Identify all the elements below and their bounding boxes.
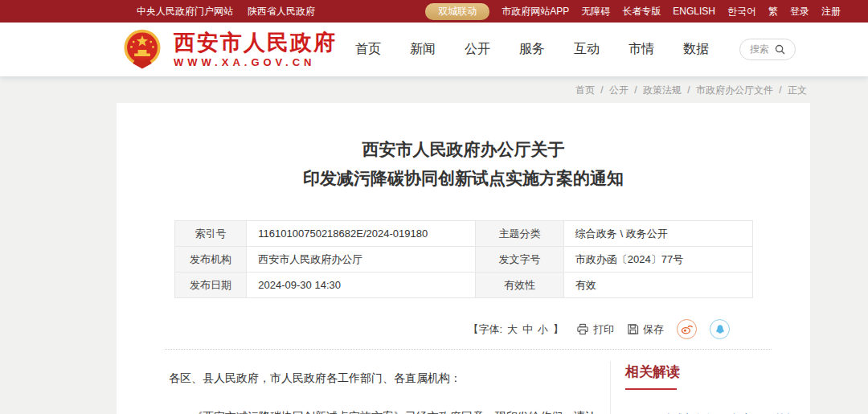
nav-city-info[interactable]: 市情 bbox=[628, 41, 654, 58]
meta-value-issuer: 西安市人民政府办公厅 bbox=[247, 247, 476, 273]
qq-penguin-icon bbox=[714, 323, 727, 336]
link-shaanxi-gov[interactable]: 陕西省人民政府 bbox=[248, 5, 315, 18]
breadcrumb-policies[interactable]: 政策法规 bbox=[643, 84, 682, 96]
search-input[interactable]: 搜索 bbox=[739, 39, 796, 60]
register-link[interactable]: 注册 bbox=[821, 5, 841, 18]
main-nav: 首页 新闻 公开 服务 互动 市情 数据 bbox=[355, 41, 709, 58]
page-title-line2: 印发减污降碳协同创新试点实施方案的通知 bbox=[117, 164, 810, 193]
dual-city-link-pill[interactable]: 双城联动 bbox=[425, 3, 489, 20]
link-senior-version[interactable]: 长者专版 bbox=[622, 5, 661, 18]
font-size-large-button[interactable]: 大 bbox=[507, 322, 518, 337]
meta-label-pub-date: 发布日期 bbox=[174, 273, 247, 298]
breadcrumb-separator: / bbox=[687, 84, 690, 96]
nav-services[interactable]: 服务 bbox=[519, 41, 545, 58]
link-english[interactable]: ENGLISH bbox=[673, 6, 715, 17]
toolbar-divider bbox=[165, 349, 772, 350]
breadcrumb-separator: / bbox=[600, 84, 603, 96]
link-accessibility[interactable]: 无障碍 bbox=[581, 5, 610, 18]
save-button[interactable]: 保存 bbox=[627, 322, 664, 337]
site-url: WWW.XA.GOV.CN bbox=[174, 56, 337, 68]
topbar-left-links: 中央人民政府门户网站 陕西省人民政府 bbox=[137, 5, 315, 18]
font-size-label-close: 】 bbox=[553, 322, 563, 337]
printer-icon bbox=[576, 323, 589, 335]
table-row: 发布日期 2024-09-30 14:30 有效性 有效 bbox=[174, 273, 752, 298]
article-main: 各区、县人民政府，市人民政府各工作部门、各直属机构： 《西安市减污降碳协同创新试… bbox=[117, 361, 810, 414]
link-central-gov[interactable]: 中央人民政府门户网站 bbox=[137, 5, 233, 18]
link-korean[interactable]: 한국어 bbox=[727, 5, 756, 18]
breadcrumb-home[interactable]: 首页 bbox=[575, 84, 595, 96]
page-title: 西安市人民政府办公厅关于 印发减污降碳协同创新试点实施方案的通知 bbox=[117, 135, 810, 193]
qq-share-button[interactable] bbox=[710, 319, 730, 339]
font-size-label: 【字体: bbox=[468, 322, 502, 337]
breadcrumb-current: 正文 bbox=[788, 84, 807, 96]
meta-value-index-no: 11610100750218682E/2024-019180 bbox=[247, 221, 476, 247]
related-reading-link[interactable]: 2026年建成新能源汽车应用示范标杆城市 bbox=[625, 408, 800, 414]
print-label: 打印 bbox=[593, 322, 614, 337]
meta-label-issuer: 发布机构 bbox=[174, 247, 247, 273]
topbar-right-links: 双城联动 市政府网站APP 无障碍 长者专版 ENGLISH 한국어 繁 登录 … bbox=[425, 3, 841, 20]
save-label: 保存 bbox=[643, 322, 664, 337]
link-gov-app[interactable]: 市政府网站APP bbox=[502, 5, 569, 18]
breadcrumb-separator: / bbox=[779, 84, 781, 96]
site-name: 西安市人民政府 bbox=[174, 31, 337, 54]
body-paragraph-recipients: 各区、县人民政府，市人民政府各工作部门、各直属机构： bbox=[169, 366, 600, 390]
nav-disclosure[interactable]: 公开 bbox=[465, 41, 490, 58]
related-reading-heading: 相关解读 bbox=[625, 363, 800, 381]
meta-value-validity: 有效 bbox=[563, 273, 752, 298]
related-reading-sidebar: 相关解读 2026年建成新能源汽车应用示范标杆城市 bbox=[611, 361, 800, 414]
meta-label-topic: 主题分类 bbox=[476, 221, 564, 247]
breadcrumb-office-documents[interactable]: 市政府办公厅文件 bbox=[696, 84, 773, 96]
print-button[interactable]: 打印 bbox=[576, 322, 614, 337]
national-emblem-icon bbox=[121, 27, 164, 72]
meta-label-validity: 有效性 bbox=[476, 273, 564, 298]
meta-value-topic: 综合政务 \ 政务公开 bbox=[563, 221, 752, 247]
site-logo[interactable]: 西安市人民政府 WWW.XA.GOV.CN bbox=[121, 27, 337, 72]
heading-underline bbox=[625, 388, 677, 390]
top-utility-bar: 中央人民政府门户网站 陕西省人民政府 双城联动 市政府网站APP 无障碍 长者专… bbox=[0, 0, 868, 23]
meta-value-doc-number: 市政办函〔2024〕77号 bbox=[563, 247, 752, 273]
breadcrumb-disclosure[interactable]: 公开 bbox=[609, 84, 628, 96]
body-paragraph-notice: 《西安市减污降碳协同创新试点实施方案》已经市政府同意，现印发给你们，请认真贯彻落… bbox=[169, 404, 600, 414]
weibo-share-button[interactable] bbox=[677, 319, 697, 339]
nav-home[interactable]: 首页 bbox=[355, 41, 381, 58]
breadcrumb-separator: / bbox=[634, 84, 637, 96]
font-size-control: 【字体: 大 中 小 】 bbox=[468, 322, 563, 337]
meta-label-index-no: 索引号 bbox=[174, 221, 247, 247]
nav-news[interactable]: 新闻 bbox=[410, 41, 436, 58]
save-icon bbox=[627, 323, 639, 335]
page-title-line1: 西安市人民政府办公厅关于 bbox=[117, 135, 810, 164]
logo-text: 西安市人民政府 WWW.XA.GOV.CN bbox=[174, 31, 337, 68]
nav-interaction[interactable]: 互动 bbox=[574, 41, 600, 58]
site-header: 西安市人民政府 WWW.XA.GOV.CN 首页 新闻 公开 服务 互动 市情 … bbox=[0, 23, 868, 76]
search-placeholder: 搜索 bbox=[750, 43, 769, 56]
login-link[interactable]: 登录 bbox=[790, 5, 809, 18]
meta-value-pub-date: 2024-09-30 14:30 bbox=[247, 273, 476, 298]
nav-data[interactable]: 数据 bbox=[683, 41, 709, 58]
article-card: 西安市人民政府办公厅关于 印发减污降碳协同创新试点实施方案的通知 索引号 116… bbox=[117, 103, 810, 414]
font-size-medium-button[interactable]: 中 bbox=[522, 322, 533, 337]
meta-label-doc-number: 发文字号 bbox=[476, 247, 564, 273]
document-meta-table: 索引号 11610100750218682E/2024-019180 主题分类 … bbox=[174, 220, 753, 298]
breadcrumb: 首页 / 公开 / 政策法规 / 市政府办公厅文件 / 正文 bbox=[117, 76, 810, 103]
article-toolbar: 【字体: 大 中 小 】 打印 bbox=[117, 319, 730, 339]
table-row: 发布机构 西安市人民政府办公厅 发文字号 市政办函〔2024〕77号 bbox=[174, 247, 752, 273]
article-body: 各区、县人民政府，市人民政府各工作部门、各直属机构： 《西安市减污降碳协同创新试… bbox=[169, 361, 611, 414]
search-icon bbox=[775, 44, 785, 55]
table-row: 索引号 11610100750218682E/2024-019180 主题分类 … bbox=[174, 221, 752, 247]
link-traditional-chinese[interactable]: 繁 bbox=[768, 5, 778, 18]
font-size-small-button[interactable]: 小 bbox=[538, 322, 548, 337]
weibo-icon bbox=[680, 322, 694, 336]
